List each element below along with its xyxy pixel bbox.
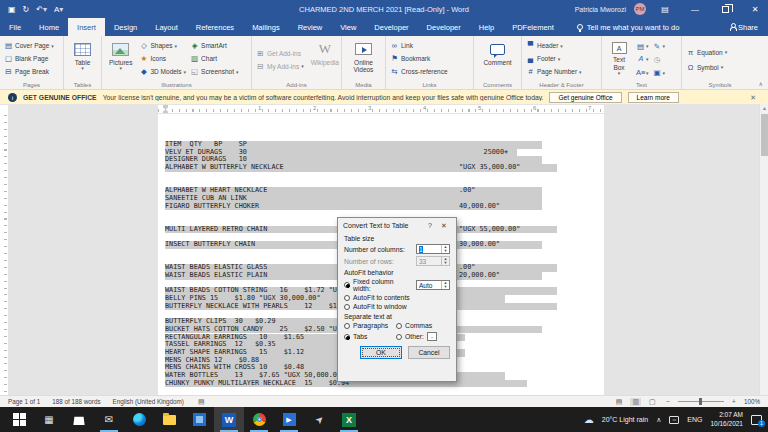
tab-view[interactable]: View: [331, 18, 365, 36]
cancel-button[interactable]: Cancel: [408, 346, 450, 359]
zoom-percent[interactable]: 100%: [744, 398, 760, 405]
web-layout-icon[interactable]: ▢: [647, 398, 658, 406]
dialog-title-bar[interactable]: Convert Text to Table ? ✕: [338, 218, 456, 233]
action-center-icon[interactable]: 1: [751, 415, 762, 425]
taskbar-movies-tv-icon[interactable]: ▶: [274, 407, 304, 432]
screenshot-button[interactable]: ◱Screenshot▾: [190, 67, 238, 76]
autofit-contents-radio[interactable]: [344, 295, 350, 301]
taskbar-photos-icon[interactable]: [184, 407, 214, 432]
other-radio[interactable]: [396, 334, 402, 340]
icons-button[interactable]: ★Icons: [139, 54, 186, 63]
taskbar-word-icon[interactable]: W: [214, 407, 244, 432]
tabs-radio[interactable]: [344, 334, 350, 340]
word-count[interactable]: 188 of 188 words: [52, 398, 100, 405]
language-abbr[interactable]: ENG: [687, 416, 702, 423]
taskbar-start-icon[interactable]: [4, 407, 34, 432]
signed-in-user[interactable]: Patricia Mworozi: [575, 6, 626, 13]
help-icon[interactable]: ?: [423, 222, 437, 229]
vertical-scrollbar[interactable]: ▲: [759, 104, 768, 395]
equation-button[interactable]: πEquation▾: [686, 48, 727, 57]
page-break-button[interactable]: ⊟Page Break: [4, 67, 54, 76]
pictures-button[interactable]: Pictures▾: [106, 39, 135, 78]
get-genuine-office-button[interactable]: Get genuine Office: [549, 92, 621, 103]
blank-page-button[interactable]: ▢Blank Page: [4, 54, 54, 63]
fixed-width-spinner[interactable]: Auto ▲▼: [416, 280, 450, 290]
doc-line[interactable]: WAIST BEADS ELASTIC PLAIN20,000.00": [165, 272, 267, 280]
signature-line-button[interactable]: ✎▾: [653, 41, 666, 52]
get-addins-button[interactable]: ⊞Get Add-ins: [256, 49, 304, 58]
link-button[interactable]: ∞Link: [390, 41, 448, 50]
drop-cap-button[interactable]: A≡▾: [636, 67, 649, 78]
taskbar-task-view-icon[interactable]: ▦: [34, 407, 64, 432]
collapse-ribbon-icon[interactable]: ∧: [759, 80, 763, 87]
zoom-out-icon[interactable]: −: [664, 398, 672, 405]
avatar[interactable]: PM: [634, 3, 646, 15]
tab-insert[interactable]: Insert: [68, 18, 105, 36]
page-number-button[interactable]: #Page Number▾: [526, 67, 582, 76]
banner-close-icon[interactable]: ✕: [746, 94, 760, 102]
learn-more-button[interactable]: Learn more: [628, 92, 679, 103]
doc-line[interactable]: ALPHABET W BUTTERFLY NECKLACE"UGX 35,000…: [165, 164, 284, 172]
taskbar-store-icon[interactable]: [64, 407, 94, 432]
clock[interactable]: 2:07 AM 10/16/2021: [710, 411, 743, 427]
wikipedia-button[interactable]: W Wikipedia: [308, 39, 342, 78]
tab-file[interactable]: File: [0, 18, 30, 36]
doc-line[interactable]: MULTI LAYERED RETRO CHAIN"UGX 55,000.00": [165, 226, 267, 234]
scrollbar-thumb[interactable]: [761, 114, 768, 156]
vertical-ruler[interactable]: [0, 105, 8, 395]
chart-button[interactable]: ▥Chart: [190, 54, 238, 63]
tab-review[interactable]: Review: [289, 18, 332, 36]
tab-developer[interactable]: Developer: [365, 18, 417, 36]
footer-button[interactable]: ▄Footer▾: [526, 54, 582, 63]
wordart-button[interactable]: 𝐴▾: [636, 54, 649, 66]
undo-icon[interactable]: ↶▾: [36, 5, 47, 14]
spin-down-icon[interactable]: ▼: [442, 249, 449, 253]
touch-keyboard-icon[interactable]: ▭: [669, 416, 679, 424]
ok-button[interactable]: OK: [360, 346, 402, 359]
print-layout-icon[interactable]: ▥: [630, 398, 641, 406]
horizontal-ruler[interactable]: 1234567: [158, 105, 604, 113]
ribbon-display-options-icon[interactable]: ▤: [654, 0, 676, 18]
taskbar-excel-icon[interactable]: X: [334, 407, 364, 432]
doc-line[interactable]: CHUNKY PUNKY MULTILAYER NECKLACE 15 $0.9…: [165, 380, 349, 388]
cross-reference-button[interactable]: ⇆Cross-reference: [390, 67, 448, 76]
zoom-slider[interactable]: [678, 401, 724, 402]
save-icon[interactable]: ▣: [8, 5, 16, 14]
bookmark-button[interactable]: ⚑Bookmark: [390, 54, 448, 63]
tab-home[interactable]: Home: [30, 18, 68, 36]
paragraphs-radio[interactable]: [344, 323, 350, 329]
language-indicator[interactable]: English (United Kingdom): [113, 398, 184, 405]
my-addins-button[interactable]: ⊟My Add-ins▾: [256, 62, 304, 71]
taskbar-rocket-app-icon[interactable]: ➤: [304, 407, 334, 432]
font-style-icon[interactable]: A▾: [54, 5, 63, 14]
tell-me-box[interactable]: Tell me what you want to do: [577, 18, 680, 36]
quick-parts-button[interactable]: ▤▾: [636, 41, 649, 52]
taskbar-file-explorer-icon[interactable]: [154, 407, 184, 432]
share-button[interactable]: Share: [730, 18, 758, 36]
autofit-window-radio[interactable]: [344, 304, 350, 310]
restore-button[interactable]: [714, 0, 736, 18]
doc-line[interactable]: INSECT BUTTERFLY CHAIN30,000.00": [165, 241, 255, 249]
redo-icon[interactable]: ↻: [23, 5, 30, 14]
zoom-in-icon[interactable]: +: [730, 398, 738, 405]
tab-pdfelement[interactable]: PDFelement: [503, 18, 563, 36]
minimize-button[interactable]: —: [684, 0, 706, 18]
other-char-input[interactable]: -: [427, 332, 437, 341]
proofing-icon[interactable]: ▤: [196, 398, 207, 406]
zoom-slider-thumb[interactable]: [699, 398, 702, 405]
columns-spinner[interactable]: 1 ▲▼: [416, 244, 450, 254]
object-button[interactable]: ▣▾: [653, 67, 666, 78]
taskbar-mail-icon[interactable]: ✉: [94, 407, 124, 432]
close-button[interactable]: ✕: [744, 0, 766, 18]
online-videos-button[interactable]: Online Videos: [348, 39, 380, 78]
fixed-width-radio[interactable]: [344, 282, 350, 288]
header-button[interactable]: ▀Header▾: [526, 41, 582, 50]
taskbar-edge-icon[interactable]: [124, 407, 154, 432]
dialog-close-icon[interactable]: ✕: [437, 222, 451, 230]
doc-line[interactable]: FIGARO BUTTERFLY CHOKER40,000.00": [165, 203, 259, 211]
tab-layout[interactable]: Layout: [146, 18, 187, 36]
weather-text[interactable]: 20°C Light rain: [602, 416, 648, 423]
table-button[interactable]: Table▾: [71, 39, 94, 78]
text-box-button[interactable]: A Text Box▾: [606, 39, 632, 78]
cover-page-button[interactable]: ▤Cover Page▾: [4, 41, 54, 50]
